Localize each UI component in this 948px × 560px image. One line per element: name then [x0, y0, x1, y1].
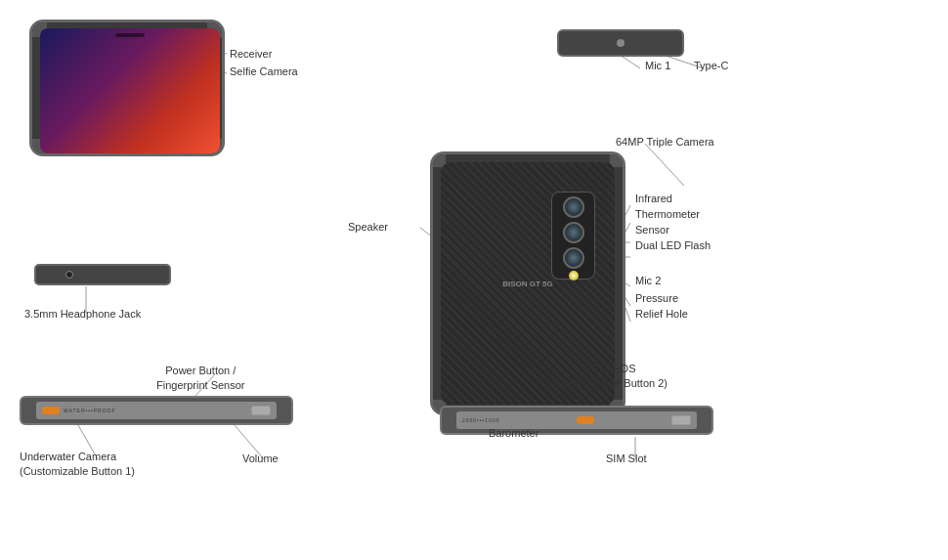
- barometer-label: Barometer: [489, 426, 539, 441]
- dual-led-label: Dual LED Flash: [635, 238, 711, 253]
- volume-label: Volume: [242, 452, 279, 466]
- phone-bottom-right: 2000•••1000: [440, 406, 713, 435]
- btn-bar-text-left: WATER•••PROOF: [64, 408, 116, 413]
- svg-line-4: [645, 144, 684, 186]
- camera-flash: [569, 271, 579, 280]
- underwater-label: Underwater Camera (Customizable Button 1…: [20, 450, 135, 480]
- camera-lens-2: [563, 222, 584, 243]
- svg-line-7: [625, 223, 630, 232]
- mic1-label: Mic 1: [645, 59, 670, 73]
- phone-bottom-left: WATER•••PROOF: [20, 396, 293, 425]
- btn-bar-pill-left: [42, 407, 60, 414]
- camera-module: [551, 192, 595, 280]
- relief-hole-label: Relief Hole: [635, 307, 688, 322]
- phone-screen: [40, 28, 220, 153]
- thermometer-label: Thermometer: [635, 207, 700, 222]
- selfie-camera-label: Selfie Camera: [230, 65, 298, 79]
- speaker-label: Speaker: [348, 220, 388, 235]
- sensor-label: Sensor: [635, 223, 669, 237]
- headphone-label: 3.5mm Headphone Jack: [24, 307, 141, 322]
- receiver-label: Receiver: [230, 47, 272, 62]
- btn-bar-connector-right: [671, 415, 691, 425]
- phone-front: [29, 20, 225, 156]
- page: BISON GT 5G WATER•••PROOF 2000•••1000 Re…: [0, 0, 948, 560]
- phone-top: [557, 29, 684, 57]
- svg-line-11: [625, 298, 630, 306]
- camera-lens-1: [563, 196, 584, 218]
- mic2-label: Mic 2: [635, 274, 661, 288]
- sim-label: SIM Slot: [606, 452, 647, 466]
- camera-64mp-label: 64MP Triple Camera: [616, 135, 714, 150]
- svg-line-6: [625, 205, 630, 215]
- ptt-label: PTT / SOS (Customizable Button 2): [552, 362, 668, 392]
- pressure-label: Pressure: [635, 291, 678, 306]
- phone-side-headphone: [34, 264, 171, 285]
- btn-bar-text-right: 2000•••1000: [462, 417, 500, 423]
- svg-line-12: [625, 308, 630, 322]
- infrared-label: Infrared: [635, 192, 672, 206]
- bottom-bar-inner-left: WATER•••PROOF: [36, 402, 277, 419]
- btn-bar-pill-right: [577, 416, 594, 424]
- svg-line-10: [625, 283, 630, 286]
- camera-lens-3: [563, 247, 584, 269]
- btn-bar-connector-left: [251, 406, 271, 415]
- bison-logo: BISON GT 5G: [502, 280, 553, 288]
- power-label: Power Button / Fingerprint Sensor: [156, 364, 245, 394]
- typec-label: Type-C: [694, 59, 728, 73]
